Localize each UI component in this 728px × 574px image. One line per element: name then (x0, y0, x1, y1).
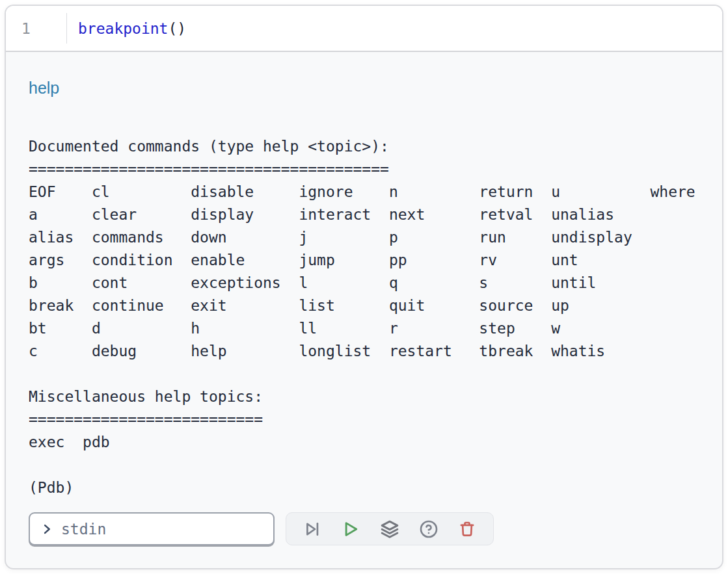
prompt-chevron-icon (40, 523, 53, 536)
help-button[interactable] (414, 515, 443, 543)
pdb-help-output: Documented commands (type help <topic>):… (29, 135, 699, 499)
skip-forward-button[interactable] (298, 515, 327, 543)
stdin-input[interactable] (61, 521, 265, 538)
clear-button[interactable] (453, 515, 481, 543)
code-builtin-token: breakpoint (78, 20, 168, 37)
line-number-gutter: 1 (6, 6, 66, 51)
question-circle-icon (419, 519, 438, 539)
layers-icon (380, 519, 399, 539)
skip-forward-icon (303, 520, 321, 538)
line-number: 1 (21, 20, 31, 37)
stdin-box[interactable] (29, 512, 275, 545)
app-frame: 1 breakpoint() help Documented commands … (5, 5, 723, 569)
code-editor: 1 breakpoint() (6, 6, 722, 52)
run-button[interactable] (336, 515, 365, 543)
console-input-echo: help (29, 78, 699, 98)
console-io-row (29, 512, 699, 545)
play-icon (341, 519, 360, 539)
code-punct-token: () (168, 20, 186, 37)
layers-button[interactable] (375, 515, 404, 543)
code-line[interactable]: breakpoint() (67, 6, 722, 51)
trash-icon (458, 520, 476, 538)
console-panel: help Documented commands (type help <top… (6, 52, 722, 545)
toolbar (286, 512, 494, 545)
